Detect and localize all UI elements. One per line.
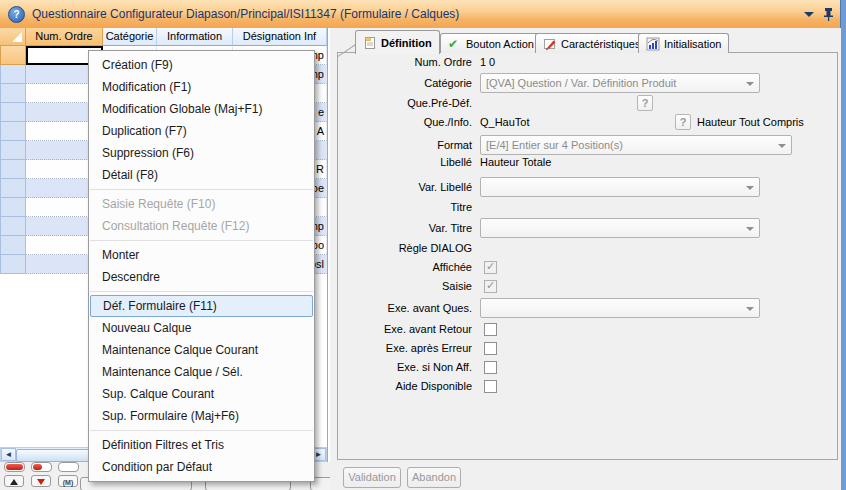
menu-item-monter[interactable]: Monter [89,244,314,266]
aide-disponible-checkbox[interactable] [484,380,497,393]
menu-item-def-formulaire[interactable]: Déf. Formulaire (F11) [90,295,313,317]
form-row-que-pre-def: Que.Pré-Déf. ? [342,93,653,113]
corner-triangle-icon [12,32,22,42]
detail-pane: Définition ✔ Bouton Action Caractéristiq… [330,28,841,490]
row-selector[interactable] [0,122,26,141]
form-row-que-info: Que./Info. Q_HauTot ? Hauteur Tout Compr… [342,112,804,132]
form-row-libelle: Libellé Hauteur Totale [342,152,551,172]
menu-item-consultation-requete[interactable]: Consultation Requête (F12) [89,215,314,237]
scroll-left-icon[interactable]: ◄ [1,448,16,461]
form-row-exe-si-non-aff: Exe. si Non Aff. [342,357,497,377]
form-row-exe-avant-ques: Exe. avant Ques. [342,298,760,318]
column-header-designation[interactable]: Désignation Inf [233,28,327,46]
var-libelle-select[interactable] [480,177,760,197]
row-selector[interactable] [0,198,26,217]
menu-item-sup-calque-courant[interactable]: Sup. Calque Courant [89,383,314,405]
categorie-select[interactable]: [QVA] Question / Var. Définition Produit [480,73,760,93]
context-menu: Création (F9) Modification (F1) Modifica… [88,50,315,482]
row-selector[interactable] [0,65,26,84]
column-header-num-ordre[interactable]: Num. Ordre [26,28,103,46]
form-row-var-libelle: Var. Libellé [342,177,760,197]
menu-item-suppression[interactable]: Suppression (F6) [89,142,314,164]
scrollbar-thumb[interactable] [16,449,98,462]
pin-icon[interactable] [824,7,833,21]
form-row-exe-apres-erreur: Exe. après Erreur [342,338,497,358]
menu-item-creation[interactable]: Création (F9) [89,54,314,76]
tab-initialisation[interactable]: Initialisation [638,33,729,53]
menu-item-nouveau-calque[interactable]: Nouveau Calque [89,317,314,339]
tab-definition[interactable]: Définition [355,30,440,54]
menu-item-descendre[interactable]: Descendre [89,266,314,288]
grid-header-row: Num. Ordre Catégorie Information Désigna… [0,28,327,46]
form-row-categorie: Catégorie [QVA] Question / Var. Définiti… [342,73,760,93]
menu-item-definition-filtres-tris[interactable]: Définition Filtres et Tris [89,434,314,456]
chevron-down-icon[interactable] [804,12,814,17]
column-header-information[interactable]: Information [157,28,233,46]
chevron-down-icon [778,144,786,148]
form-row-num-ordre: Num. Ordre 10 [342,52,498,72]
menu-item-maintenance-calque-sel[interactable]: Maintenance Calque / Sél. [89,361,314,383]
libelle-value: Hauteur Totale [480,156,551,168]
title-bar: ? Questionnaire Configurateur Diapason/P… [0,0,841,28]
chevron-down-icon [746,186,754,190]
menu-item-detail[interactable]: Détail (F8) [89,164,314,186]
move-up-button[interactable] [4,475,24,487]
help-button[interactable]: ? [637,95,653,111]
down-arrow-icon [37,479,45,485]
m-button[interactable]: (M) [58,475,78,487]
row-selector[interactable] [0,160,26,179]
menu-separator [90,291,313,292]
note-icon [363,36,377,50]
affichee-checkbox[interactable] [484,261,497,274]
validation-button[interactable]: Validation [343,467,401,488]
tab-bouton-action[interactable]: ✔ Bouton Action [440,33,542,53]
help-icon[interactable]: ? [8,6,25,23]
exe-apres-erreur-checkbox[interactable] [484,342,497,355]
grid-corner-cell[interactable] [0,28,26,46]
abandon-button[interactable]: Abandon [407,467,461,488]
menu-item-modification[interactable]: Modification (F1) [89,76,314,98]
saisie-checkbox[interactable] [484,280,497,293]
form-row-exe-avant-retour: Exe. avant Retour [342,319,497,339]
pencil-icon [543,37,557,51]
row-selector[interactable] [0,84,26,103]
exe-si-non-aff-checkbox[interactable] [484,361,497,374]
filter-empty-button[interactable] [58,462,79,472]
app-window: ? Questionnaire Configurateur Diapason/P… [0,0,846,490]
form-row-var-titre: Var. Titre [342,218,760,238]
form-row-affichee: Affichée [342,257,497,277]
tab-caracteristiques[interactable]: Caractéristiques [535,33,648,53]
check-icon: ✔ [448,37,462,51]
row-selector[interactable] [0,141,26,160]
move-down-button[interactable] [31,475,51,487]
filter-half-button[interactable] [31,462,52,472]
column-header-categorie[interactable]: Catégorie [103,28,157,46]
menu-item-modification-globale[interactable]: Modification Globale (Maj+F1) [89,98,314,120]
filter-red-button[interactable] [4,462,25,472]
menu-item-sup-formulaire[interactable]: Sup. Formulaire (Maj+F6) [89,405,314,427]
menu-item-duplication[interactable]: Duplication (F7) [89,120,314,142]
menu-item-condition-par-defaut[interactable]: Condition par Défaut [89,456,314,478]
row-selector[interactable] [0,179,26,198]
exe-avant-ques-select[interactable] [480,298,760,318]
form-row-titre: Titre [342,197,480,217]
form-row-regle-dialog: Règle DIALOG [342,238,480,258]
row-selector[interactable] [0,46,26,65]
row-selector[interactable] [0,255,26,274]
half-red-bar-icon [33,464,42,470]
var-titre-select[interactable] [480,218,760,238]
menu-item-saisie-requete[interactable]: Saisie Requête (F10) [89,193,314,215]
menu-separator [90,189,313,190]
form-row-saisie: Saisie [342,276,497,296]
chevron-down-icon [746,82,754,86]
row-selector[interactable] [0,217,26,236]
red-bar-icon [6,464,23,470]
help-button[interactable]: ? [675,114,691,130]
chevron-down-icon [746,227,754,231]
exe-avant-retour-checkbox[interactable] [484,323,497,336]
num-ordre-value: 10 [480,56,498,68]
row-selector[interactable] [0,236,26,255]
menu-item-maintenance-calque-courant[interactable]: Maintenance Calque Courant [89,339,314,361]
row-selector[interactable] [0,103,26,122]
menu-separator [90,240,313,241]
